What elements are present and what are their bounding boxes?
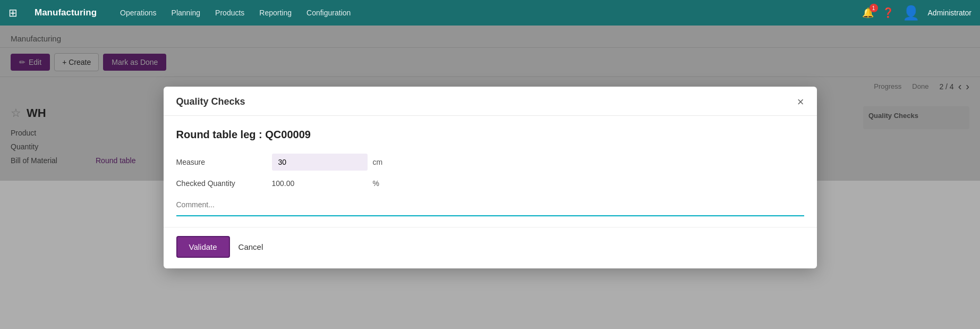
checked-qty-value: 100.00 <box>272 179 368 188</box>
validate-button[interactable]: Validate <box>176 236 230 258</box>
notification-badge: 1 <box>870 4 878 12</box>
page-background: Manufacturing ✏ Edit + Create Mark as Do… <box>0 26 980 329</box>
nav-operations[interactable]: Operations <box>120 9 156 17</box>
user-avatar[interactable]: 👤 <box>902 5 919 21</box>
app-title: Manufacturing <box>35 7 97 18</box>
nav-products[interactable]: Products <box>215 9 244 17</box>
topbar-right: 🔔 1 ❓ 👤 Administrator <box>862 5 972 21</box>
modal-overlay: Quality Checks × Round table leg : QC000… <box>0 26 980 329</box>
notification-icon[interactable]: 🔔 1 <box>862 7 874 19</box>
checked-qty-label: Checked Quantity <box>176 179 272 188</box>
measure-unit: cm <box>373 158 383 166</box>
measure-input-wrap: cm <box>272 154 383 171</box>
dialog-header: Quality Checks × <box>164 87 817 116</box>
grid-icon[interactable]: ⊞ <box>8 6 18 19</box>
user-name[interactable]: Administrator <box>928 9 972 17</box>
dialog-close-button[interactable]: × <box>797 96 804 108</box>
top-nav: Operations Planning Products Reporting C… <box>120 9 849 17</box>
nav-reporting[interactable]: Reporting <box>259 9 292 17</box>
topbar: ⊞ Manufacturing Operations Planning Prod… <box>0 0 980 26</box>
help-icon[interactable]: ❓ <box>882 7 894 19</box>
nav-configuration[interactable]: Configuration <box>306 9 351 17</box>
checked-qty-wrap: 100.00 % <box>272 179 379 188</box>
checked-qty-unit: % <box>373 179 379 188</box>
measure-label: Measure <box>176 158 272 166</box>
measure-input[interactable] <box>272 154 368 171</box>
dialog-subtitle: Round table leg : QC00009 <box>176 129 804 141</box>
comment-input[interactable] <box>176 196 804 213</box>
nav-planning[interactable]: Planning <box>172 9 201 17</box>
dialog-body: Round table leg : QC00009 Measure cm Che… <box>164 116 817 227</box>
dialog-title: Quality Checks <box>176 96 245 107</box>
dialog-footer: Validate Cancel <box>164 227 817 268</box>
cancel-button[interactable]: Cancel <box>238 242 263 251</box>
checked-qty-row: Checked Quantity 100.00 % <box>176 179 804 188</box>
measure-row: Measure cm <box>176 154 804 171</box>
dialog: Quality Checks × Round table leg : QC000… <box>164 87 817 268</box>
comment-wrap <box>176 196 804 216</box>
